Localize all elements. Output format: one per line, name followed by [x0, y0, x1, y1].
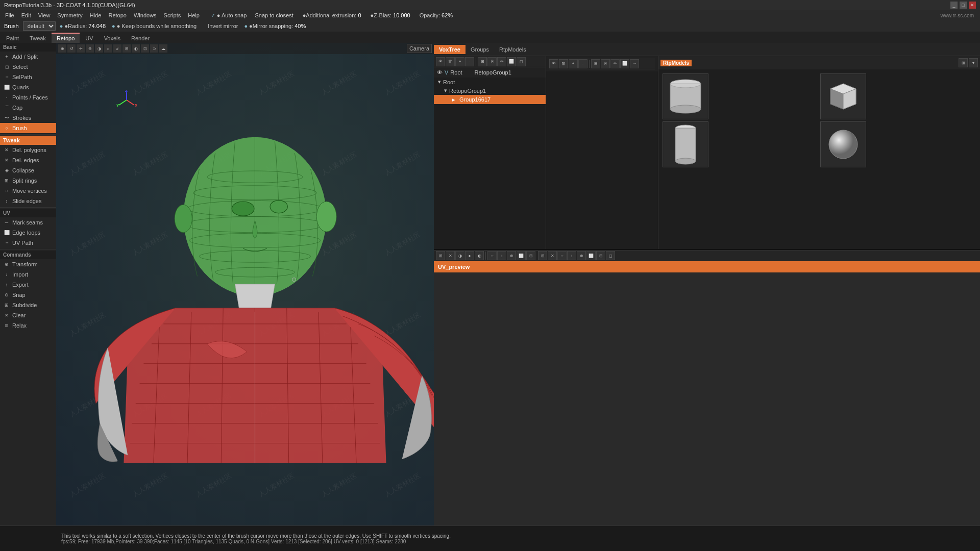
- sidebar-item-export[interactable]: ↑ Export: [0, 280, 56, 290]
- uv-preview-content[interactable]: [434, 272, 980, 551]
- groups-paint-btn[interactable]: ✏: [610, 59, 620, 68]
- minimize-button[interactable]: _: [950, 2, 958, 9]
- rt-mid-btn18[interactable]: ◻: [606, 251, 615, 260]
- groups-trash-btn[interactable]: 🗑: [559, 59, 568, 68]
- auto-snap-checkbox[interactable]: ✓ ● Auto snap: [209, 11, 249, 20]
- vp-icon-wireframe[interactable]: ⊞: [122, 44, 131, 53]
- voxtree-eye-btn[interactable]: 👁: [436, 57, 445, 66]
- tab-paint[interactable]: Paint: [1, 33, 24, 43]
- menu-retopo[interactable]: Retopo: [105, 11, 129, 19]
- vp-icon-orbit[interactable]: ↺: [67, 44, 76, 53]
- rt-mid-btn11[interactable]: ⊞: [538, 251, 547, 260]
- models-expand-btn[interactable]: ⊞: [959, 58, 968, 67]
- vp-icon-render[interactable]: ◑: [95, 44, 103, 53]
- menu-windows[interactable]: Windows: [131, 11, 160, 19]
- sidebar-item-split-rings[interactable]: ⊞ Split rings: [0, 176, 56, 186]
- voxtree-add-btn[interactable]: +: [455, 57, 464, 66]
- tab-retopo[interactable]: Retopo: [52, 33, 80, 43]
- menu-symmetry[interactable]: Symmetry: [54, 11, 86, 19]
- vp-icon-sym[interactable]: ⊃: [150, 44, 158, 53]
- sidebar-item-transform[interactable]: ⊕ Transform: [0, 259, 56, 269]
- sidebar-item-import[interactable]: ↓ Import: [0, 269, 56, 280]
- voxtree-cube-btn[interactable]: ⬜: [507, 57, 516, 66]
- models-chevron-btn[interactable]: ▾: [969, 58, 978, 67]
- voxtree-trash-btn[interactable]: 🗑: [446, 57, 455, 66]
- sidebar-item-points-faces[interactable]: · Points / Faces: [0, 92, 56, 103]
- voxtree-merge-btn[interactable]: ⊞: [478, 57, 487, 66]
- model-thumb-cylinder2[interactable]: [663, 121, 708, 167]
- sidebar-item-selpath[interactable]: ╌ SelPath: [0, 72, 56, 82]
- sidebar-item-mark-seams[interactable]: ─ Mark seams: [0, 217, 56, 228]
- tab-tweak[interactable]: Tweak: [24, 33, 51, 43]
- close-button[interactable]: ✕: [969, 2, 976, 9]
- rt-mid-btn6[interactable]: ↔: [487, 251, 497, 260]
- voxtree-copy-btn[interactable]: ⎘: [487, 57, 497, 66]
- vp-icon-home[interactable]: ⊕: [58, 44, 66, 53]
- sidebar-item-uv-path[interactable]: ╌ UV Path: [0, 238, 56, 248]
- model-thumb-cube[interactable]: [820, 73, 866, 119]
- vp-icon-textures[interactable]: ⊡: [141, 44, 149, 53]
- menu-hide[interactable]: Hide: [87, 11, 105, 19]
- viewport[interactable]: 人人素材社区人人素材社区人人素材社区人人素材社区人人素材社区人人素材社区 人人素…: [56, 43, 434, 525]
- menu-view[interactable]: View: [35, 11, 54, 19]
- vp-icon-shading[interactable]: ◐: [132, 44, 140, 53]
- sidebar-item-subdivide[interactable]: ⊞ Subdivide: [0, 300, 56, 310]
- sidebar-item-snap[interactable]: ⊙ Snap: [0, 290, 56, 300]
- sidebar-item-relax[interactable]: ≋ Relax: [0, 320, 56, 331]
- sidebar-item-del-edges[interactable]: ✕ Del. edges: [0, 155, 56, 165]
- sidebar-item-select[interactable]: ◻ Select: [0, 62, 56, 72]
- groups-merge-btn[interactable]: ⊞: [591, 59, 600, 68]
- groups-arrow-btn[interactable]: →: [630, 59, 639, 68]
- tab-voxtree[interactable]: VoxTree: [434, 45, 465, 54]
- tab-render[interactable]: Render: [126, 33, 155, 43]
- rt-mid-btn8[interactable]: ⊕: [507, 251, 516, 260]
- rt-mid-btn16[interactable]: ⬜: [586, 251, 596, 260]
- rt-mid-btn17[interactable]: ⊞: [596, 251, 605, 260]
- rt-mid-btn14[interactable]: ↕: [567, 251, 576, 260]
- sidebar-item-move-vertices[interactable]: ↔ Move vertices: [0, 186, 56, 196]
- rt-mid-btn13[interactable]: ↔: [557, 251, 567, 260]
- brush-preset-dropdown[interactable]: default: [23, 21, 56, 31]
- groups-cube-btn[interactable]: ⬜: [620, 59, 629, 68]
- tab-rtpmodels[interactable]: RtpModels: [494, 45, 531, 54]
- sidebar-item-add-split[interactable]: + Add / Split: [0, 52, 56, 62]
- groups-remove-btn[interactable]: -: [578, 59, 587, 68]
- sidebar-item-cap[interactable]: ⌒ Cap: [0, 103, 56, 113]
- tree-row-root[interactable]: ▾ Root: [434, 78, 546, 86]
- groups-add-btn[interactable]: +: [569, 59, 578, 68]
- keep-bounds-checkbox[interactable]: ● ● Keep bounds while smoothing: [110, 22, 199, 30]
- tab-uv[interactable]: UV: [80, 33, 98, 43]
- voxtree-remove-btn[interactable]: -: [465, 57, 474, 66]
- sidebar-item-edge-loops[interactable]: ⬜ Edge loops: [0, 228, 56, 238]
- vp-icon-env[interactable]: ☁: [159, 44, 167, 53]
- sidebar-item-quads[interactable]: ⬜ Quads: [0, 82, 56, 92]
- menu-help[interactable]: Help: [185, 11, 203, 19]
- vp-icon-zoom[interactable]: ⊕: [86, 44, 94, 53]
- voxtree-frame-btn[interactable]: ◻: [517, 57, 526, 66]
- tab-groups[interactable]: Groups: [465, 45, 494, 54]
- rt-mid-btn5[interactable]: ◐: [475, 251, 484, 260]
- sidebar-item-del-polygons[interactable]: ✕ Del. polygons: [0, 145, 56, 155]
- rt-mid-btn3[interactable]: ◑: [455, 251, 464, 260]
- vp-icon-grid[interactable]: #: [113, 44, 121, 53]
- groups-copy-btn[interactable]: ⎘: [601, 59, 610, 68]
- model-thumb-cylinder[interactable]: [663, 73, 708, 119]
- tab-voxels[interactable]: Voxels: [99, 33, 126, 43]
- maximize-button[interactable]: □: [960, 2, 967, 9]
- rt-mid-btn15[interactable]: ⊕: [577, 251, 586, 260]
- menu-file[interactable]: File: [2, 11, 17, 19]
- rt-mid-btn10[interactable]: ⊞: [526, 251, 535, 260]
- sidebar-item-clear[interactable]: ✕ Clear: [0, 310, 56, 320]
- rt-mid-btn4[interactable]: ●: [465, 251, 474, 260]
- rt-mid-btn2[interactable]: ✕: [446, 251, 455, 260]
- rt-mid-btn9[interactable]: ⬜: [517, 251, 526, 260]
- rt-mid-btn12[interactable]: ✕: [548, 251, 557, 260]
- rt-mid-btn7[interactable]: ↕: [497, 251, 506, 260]
- rt-mid-btn1[interactable]: ⊞: [436, 251, 445, 260]
- vp-icon-light[interactable]: ☼: [104, 44, 112, 53]
- sidebar-item-slide-edges[interactable]: ↕ Slide edges: [0, 196, 56, 206]
- sidebar-item-collapse[interactable]: ◈ Collapse: [0, 165, 56, 176]
- tree-row-retopogroup[interactable]: ▾ RetopoGroup1: [434, 86, 546, 95]
- groups-eye-btn[interactable]: 👁: [549, 59, 558, 68]
- voxtree-paint-btn[interactable]: ✏: [497, 57, 506, 66]
